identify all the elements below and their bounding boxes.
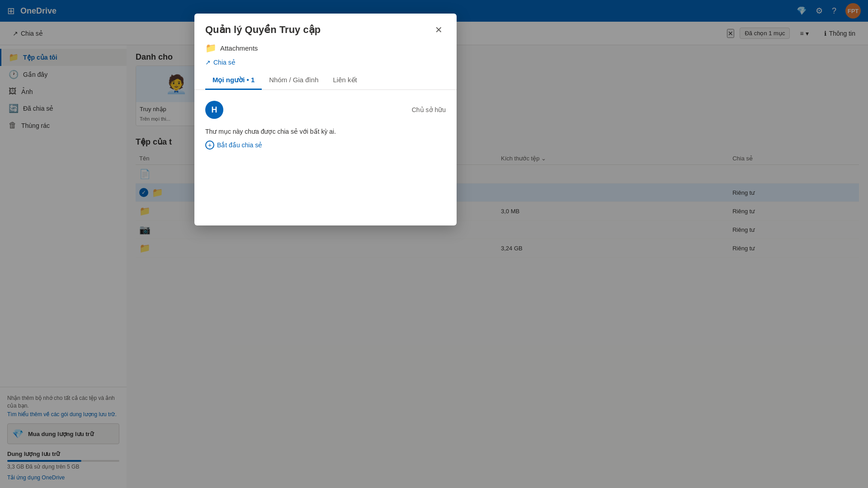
modal-body: H Chủ sở hữu Thư mục này chưa được chia … xyxy=(194,90,457,225)
modal-title: Quản lý Quyền Truy cập xyxy=(205,24,321,36)
modal-close-button[interactable]: ✕ xyxy=(431,23,446,37)
owner-row: H Chủ sở hữu xyxy=(205,101,446,119)
close-icon: ✕ xyxy=(435,24,443,35)
modal-manage-access: Quản lý Quyền Truy cập ✕ 📁 Attachments ↗… xyxy=(194,14,457,225)
owner-avatar: H xyxy=(205,101,223,119)
plus-circle-icon: + xyxy=(205,141,214,150)
not-shared-text: Thư mục này chưa được chia sẻ với bất kỳ… xyxy=(205,128,446,135)
modal-tabs: Mọi người • 1 Nhóm / Gia đình Liên kết xyxy=(194,71,457,90)
modal-breadcrumb: 📁 Attachments xyxy=(194,42,457,55)
folder-breadcrumb-icon: 📁 xyxy=(205,42,217,53)
owner-left: H xyxy=(205,101,223,119)
share-link-icon: ↗ xyxy=(205,59,211,66)
modal-header: Quản lý Quyền Truy cập ✕ xyxy=(194,14,457,42)
start-share-link[interactable]: + Bắt đầu chia sẻ xyxy=(205,141,446,150)
tab-everyone[interactable]: Mọi người • 1 xyxy=(205,71,262,90)
owner-role: Chủ sở hữu xyxy=(412,106,446,113)
tab-group-family[interactable]: Nhóm / Gia đình xyxy=(262,71,326,90)
share-link[interactable]: ↗ Chia sẻ xyxy=(205,57,446,68)
tab-links[interactable]: Liên kết xyxy=(326,71,364,90)
folder-breadcrumb-name: Attachments xyxy=(220,44,258,52)
share-link-label: Chia sẻ xyxy=(213,59,236,66)
start-share-label: Bắt đầu chia sẻ xyxy=(217,141,262,149)
share-link-row: ↗ Chia sẻ xyxy=(194,55,457,71)
